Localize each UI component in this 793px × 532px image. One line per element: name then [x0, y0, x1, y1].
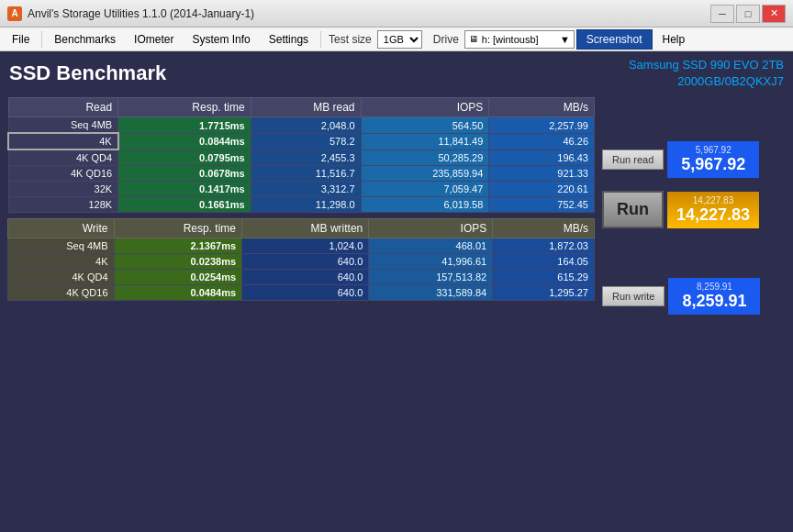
menu-settings[interactable]: Settings	[261, 29, 317, 50]
write-row-mbs: 615.29	[493, 270, 595, 285]
test-size-select[interactable]: 1GB 4GB	[377, 30, 422, 49]
drive-label: Drive	[430, 33, 463, 46]
read-row-iops: 11,841.49	[361, 133, 489, 150]
read-row: 4K QD16 0.0678ms 11,516.7 235,859.94 921…	[8, 166, 595, 182]
read-row-mbs: 220.61	[489, 182, 595, 197]
menu-file[interactable]: File	[4, 29, 38, 50]
total-score-large: 14,227.83	[676, 205, 750, 225]
window-controls: ─ □ ✕	[710, 5, 786, 23]
menu-separator-2	[320, 31, 321, 48]
write-row-iops: 468.01	[369, 238, 493, 254]
read-row-mb: 578.2	[251, 133, 361, 150]
col-mb-read: MB read	[251, 98, 361, 117]
read-row-mb: 3,312.7	[251, 182, 361, 197]
menu-bar: File Benchmarks IOmeter System Info Sett…	[0, 28, 793, 51]
drive-value: h: [wintousb]	[482, 34, 539, 45]
read-row-mb: 11,516.7	[251, 166, 361, 182]
write-row-mbs: 1,872.03	[493, 238, 595, 254]
read-row-resp: 0.0844ms	[118, 133, 251, 150]
read-row-mb: 11,298.0	[251, 197, 361, 213]
app-icon: A	[7, 6, 22, 21]
write-row-iops: 157,513.82	[369, 270, 493, 285]
read-row-mbs: 46.26	[489, 133, 595, 150]
close-button[interactable]: ✕	[762, 5, 786, 23]
write-row-label: 4K QD16	[8, 285, 115, 301]
table-section: Read Resp. time MB read IOPS MB/s Seq 4M…	[7, 97, 595, 530]
col-resp-time: Resp. time	[118, 98, 251, 117]
write-row-iops: 331,589.84	[369, 285, 493, 301]
read-row: 4K QD4 0.0795ms 2,455.3 50,285.29 196.43	[8, 150, 595, 166]
read-header-row: Read Resp. time MB read IOPS MB/s	[8, 98, 595, 117]
read-row-resp: 0.0678ms	[118, 166, 251, 182]
col-read: Read	[8, 98, 118, 117]
write-row: 4K QD4 0.0254ms 640.0 157,513.82 615.29	[8, 270, 595, 285]
write-row-mbs: 164.05	[493, 254, 595, 270]
read-row: 32K 0.1417ms 3,312.7 7,059.47 220.61	[8, 182, 595, 197]
menu-separator-1	[41, 31, 42, 48]
menu-help[interactable]: Help	[654, 29, 694, 50]
run-read-button[interactable]: Run read	[602, 150, 664, 170]
drive-info: Samsung SSD 990 EVO 2TB 2000GB/0B2QKXJ7	[629, 57, 784, 90]
maximize-button[interactable]: □	[736, 5, 760, 23]
col-iops-w: IOPS	[369, 219, 493, 238]
right-panel: Run read 5,967.92 5,967.92 Run 14,227.83…	[602, 97, 786, 530]
write-row-mb: 640.0	[242, 254, 369, 270]
menu-system-info[interactable]: System Info	[184, 29, 258, 50]
window-title: Anvil's Storage Utilities 1.1.0 (2014-Ja…	[28, 7, 710, 20]
col-resp-time-w: Resp. time	[114, 219, 242, 238]
menu-iometer[interactable]: IOmeter	[126, 29, 182, 50]
write-row-mbs: 1,295.27	[493, 285, 595, 301]
read-row-iops: 235,859.94	[361, 166, 489, 182]
read-row-label: 4K QD16	[8, 166, 118, 182]
run-write-button[interactable]: Run write	[602, 286, 665, 306]
read-score-large: 5,967.92	[681, 155, 745, 174]
screenshot-button[interactable]: Screenshot	[576, 29, 653, 50]
read-row-resp: 0.1661ms	[118, 197, 251, 213]
write-row-mb: 1,024.0	[242, 238, 369, 254]
read-row-label: 128K	[8, 197, 118, 213]
read-row-mbs: 2,257.99	[489, 117, 595, 134]
write-row-resp: 0.0484ms	[114, 285, 242, 301]
read-row-label: 32K	[8, 182, 118, 197]
menu-benchmarks[interactable]: Benchmarks	[46, 29, 124, 50]
read-row-mb: 2,455.3	[251, 150, 361, 166]
write-row-label: 4K QD4	[8, 270, 115, 285]
col-iops: IOPS	[361, 98, 489, 117]
drive-selector[interactable]: 🖥 h: [wintousb] ▼	[464, 30, 575, 49]
read-row-resp: 0.0795ms	[118, 150, 251, 166]
read-row-resp: 1.7715ms	[118, 117, 251, 134]
read-row: Seq 4MB 1.7715ms 2,048.0 564.50 2,257.99	[8, 117, 595, 134]
write-row-resp: 2.1367ms	[114, 238, 242, 254]
benchmark-header: SSD Benchmark Samsung SSD 990 EVO 2TB 20…	[0, 51, 793, 95]
col-write: Write	[8, 219, 115, 238]
drive-info-line1: Samsung SSD 990 EVO 2TB	[629, 57, 784, 73]
write-row-label: Seq 4MB	[8, 238, 115, 254]
total-score-section: Run 14,227.83 14,227.83	[602, 191, 786, 228]
write-row-resp: 0.0254ms	[114, 270, 242, 285]
write-score-section: Run write 8,259.91 8,259.91	[602, 278, 786, 315]
read-score-small: 5,967.92	[696, 145, 732, 155]
drive-info-line2: 2000GB/0B2QKXJ7	[629, 73, 784, 90]
read-row-resp: 0.1417ms	[118, 182, 251, 197]
read-row-label: Seq 4MB	[8, 117, 118, 134]
write-row-label: 4K	[8, 254, 115, 270]
write-row: 4K 0.0238ms 640.0 41,996.61 164.05	[8, 254, 595, 270]
total-score-box: 14,227.83 14,227.83	[667, 192, 759, 228]
read-row-mbs: 752.45	[489, 197, 595, 213]
read-row-iops: 7,059.47	[361, 182, 489, 197]
write-table: Write Resp. time MB written IOPS MB/s Se…	[7, 218, 595, 301]
title-bar: A Anvil's Storage Utilities 1.1.0 (2014-…	[0, 0, 793, 28]
read-row-label: 4K QD4	[8, 150, 118, 166]
write-row: Seq 4MB 2.1367ms 1,024.0 468.01 1,872.03	[8, 238, 595, 254]
test-size-label: Test size	[325, 33, 375, 46]
minimize-button[interactable]: ─	[710, 5, 734, 23]
write-score-box: 8,259.91 8,259.91	[668, 278, 760, 315]
write-row-iops: 41,996.61	[369, 254, 493, 270]
run-button[interactable]: Run	[602, 191, 664, 228]
read-score-box: 5,967.92 5,967.92	[667, 141, 759, 178]
main-content: SSD Benchmark Samsung SSD 990 EVO 2TB 20…	[0, 51, 793, 532]
read-row-mbs: 921.33	[489, 166, 595, 182]
benchmark-title: SSD Benchmark	[9, 61, 166, 85]
read-table: Read Resp. time MB read IOPS MB/s Seq 4M…	[7, 97, 595, 213]
benchmark-area: Read Resp. time MB read IOPS MB/s Seq 4M…	[0, 95, 793, 532]
